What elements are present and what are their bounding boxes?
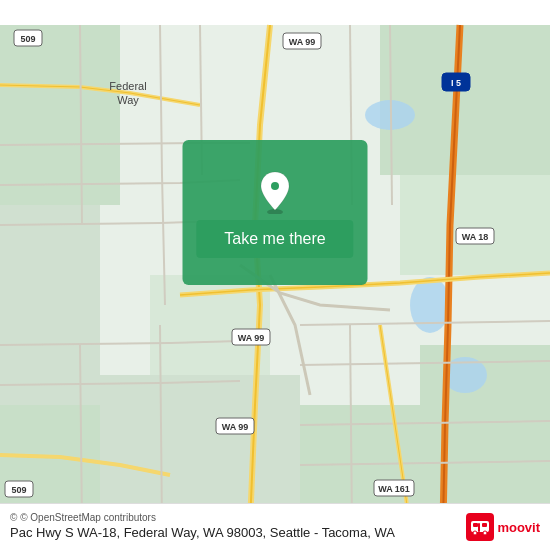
osm-text: © OpenStreetMap contributors [20,512,156,523]
svg-text:Federal: Federal [109,80,146,92]
svg-text:WA 99: WA 99 [222,422,249,432]
address-text: Pac Hwy S WA-18, Federal Way, WA 98003, … [10,525,395,542]
svg-text:WA 99: WA 99 [238,333,265,343]
take-me-there-button[interactable]: Take me there [196,220,353,258]
svg-point-33 [271,182,279,190]
svg-text:509: 509 [11,485,26,495]
bottom-left: © © OpenStreetMap contributors Pac Hwy S… [10,512,395,542]
moovit-label: moovit [497,520,540,535]
svg-point-39 [483,531,487,535]
svg-text:WA 18: WA 18 [462,232,489,242]
copyright-icon: © [10,512,17,523]
svg-rect-36 [473,523,478,527]
svg-text:509: 509 [20,34,35,44]
svg-rect-37 [482,523,487,527]
svg-text:I 5: I 5 [451,78,461,88]
svg-text:WA 99: WA 99 [289,37,316,47]
svg-rect-4 [380,25,550,175]
svg-point-38 [473,531,477,535]
svg-text:Way: Way [117,94,139,106]
bottom-bar: © © OpenStreetMap contributors Pac Hwy S… [0,503,550,550]
svg-rect-1 [0,25,120,205]
map-pin [257,170,293,218]
svg-text:WA 161: WA 161 [378,484,410,494]
svg-point-11 [410,277,450,333]
moovit-logo: moovit [466,513,540,541]
moovit-icon [466,513,494,541]
svg-rect-5 [400,175,550,275]
svg-rect-2 [0,205,100,405]
svg-rect-40 [478,523,480,532]
osm-credit: © © OpenStreetMap contributors [10,512,395,523]
map-container: 509 WA 99 I 5 WA 18 WA 99 WA 99 WA 161 5… [0,0,550,550]
